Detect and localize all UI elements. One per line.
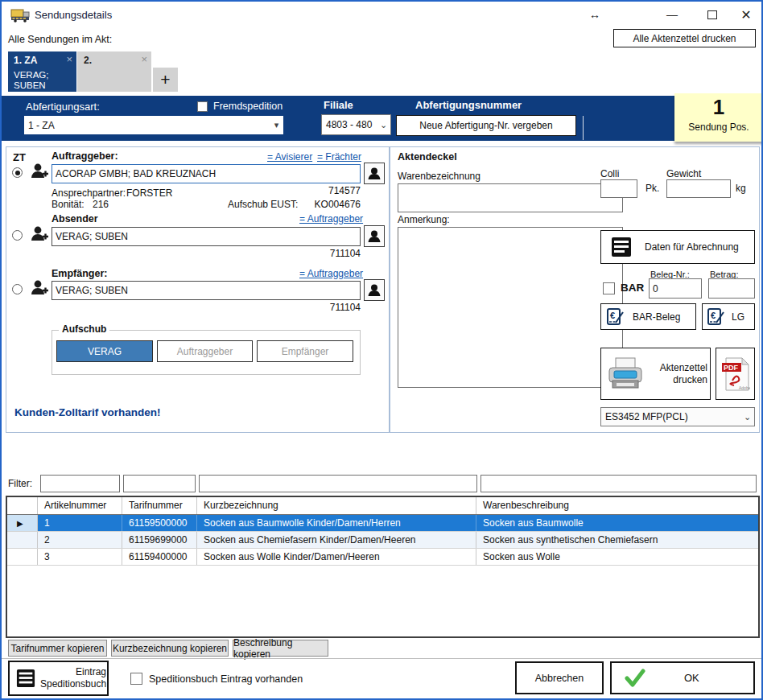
abrechnung-label: Daten für Abrechnung <box>645 241 739 253</box>
header-artikelnummer[interactable]: Artikelnummer <box>38 497 122 514</box>
chevron-down-icon: ⌄ <box>377 120 390 130</box>
warenbezeichnung-input[interactable] <box>398 183 623 212</box>
bar-checkbox[interactable] <box>603 282 615 294</box>
aufschub-verag-button[interactable]: VERAG <box>56 340 153 362</box>
tab-close-icon[interactable]: × <box>141 53 147 65</box>
auftraggeber-number: 714577 <box>275 185 361 196</box>
pdf-button[interactable]: PDF Adobe <box>716 348 755 400</box>
daten-fuer-abrechnung-button[interactable]: Daten für Abrechnung <box>600 230 755 264</box>
add-contact-icon[interactable] <box>30 278 50 299</box>
absender-auftraggeber-link[interactable]: = Auftraggeber <box>299 213 363 224</box>
cell-warenbeschreibung[interactable]: Socken aus Baumwolle <box>476 515 758 531</box>
table-row[interactable]: 261159699000Socken aus Chemiefasern Kind… <box>7 532 758 549</box>
copy-tarifnummer-button[interactable]: Tarifnummer kopieren <box>8 640 107 657</box>
gewicht-unit: kg <box>736 183 746 194</box>
abfertigungsart-select[interactable]: 1 - ZA ▾ <box>24 116 283 134</box>
absender-radio[interactable] <box>12 230 23 241</box>
print-all-aktenzettel-button[interactable]: Alle Aktenzettel drucken <box>613 29 756 47</box>
empfaenger-radio[interactable] <box>12 284 23 294</box>
tab-close-icon[interactable]: × <box>66 53 72 65</box>
cell-warenbeschreibung[interactable]: Socken aus synthetischen Chemiefasern <box>476 532 758 548</box>
printer-value: ES3452 MFP(PCL) <box>601 411 740 422</box>
cell-tarifnummer[interactable]: 61159500000 <box>122 515 197 531</box>
minimize-icon[interactable]: — <box>660 6 684 23</box>
sendung-pos-count: 1 <box>674 95 763 120</box>
beleg-nr-input[interactable] <box>649 278 702 299</box>
filter-tarifnummer-input[interactable] <box>123 475 196 492</box>
copy-beschreibung-button[interactable]: Beschreibung kopieren <box>233 640 328 657</box>
absender-number: 711104 <box>275 248 361 259</box>
auftraggeber-contact-button[interactable] <box>364 163 385 184</box>
auftraggeber-radio[interactable] <box>12 167 23 178</box>
betrag-input[interactable] <box>708 278 755 299</box>
colli-input[interactable] <box>600 179 637 198</box>
filter-artikelnummer-input[interactable] <box>40 475 120 492</box>
copy-kurzbezeichnung-button[interactable]: Kurzbezeichnung kopieren <box>111 640 229 657</box>
filter-warenbeschreibung-input[interactable] <box>480 475 757 492</box>
cell-artikelnummer[interactable]: 2 <box>38 532 122 548</box>
cell-artikelnummer[interactable]: 3 <box>38 549 122 565</box>
list-icon <box>16 669 35 688</box>
fremdspedition-checkbox[interactable] <box>197 101 208 112</box>
tab-shipment-1[interactable]: 1. ZA × VERAG; SUBEN <box>8 51 76 92</box>
table-row[interactable]: ▶161159500000Socken aus Baumwolle Kinder… <box>7 515 758 532</box>
printer-select[interactable]: ES3452 MFP(PCL) ⌄ <box>600 407 755 426</box>
maximize-icon[interactable] <box>700 6 724 23</box>
row-marker[interactable] <box>7 532 38 548</box>
add-contact-icon[interactable] <box>30 162 50 182</box>
tab-shipment-2[interactable]: 2. × <box>77 51 151 92</box>
absender-input[interactable] <box>52 227 361 246</box>
sendung-pos-label: Sendung Pos. <box>674 121 763 133</box>
neue-abfertigungsnr-button[interactable]: Neue Abfertigung-Nr. vergeben <box>396 115 576 136</box>
cell-tarifnummer[interactable]: 61159699000 <box>122 532 197 548</box>
filiale-select[interactable]: 4803 - 480 ⌄ <box>321 114 391 135</box>
header-kurzbezeichnung[interactable]: Kurzbezeichnung <box>197 497 476 514</box>
auftraggeber-input[interactable] <box>52 164 361 183</box>
speditionsbuch-checkbox[interactable] <box>130 673 142 685</box>
ok-label: OK <box>684 672 699 684</box>
aufschub-empfaenger-button[interactable]: Empfänger <box>257 340 353 362</box>
resize-icon[interactable]: ↔ <box>583 6 607 23</box>
header-warenbeschreibung[interactable]: Warenbeschreibung <box>476 497 758 514</box>
anmerkung-label: Anmerkung: <box>398 214 450 225</box>
absender-contact-button[interactable] <box>364 225 385 247</box>
filiale-value: 4803 - 480 <box>322 119 377 130</box>
cell-artikelnummer[interactable]: 1 <box>38 515 122 531</box>
anmerkung-input[interactable] <box>398 227 623 388</box>
empfaenger-number: 711104 <box>275 302 361 313</box>
gewicht-input[interactable] <box>666 179 731 198</box>
cell-kurzbezeichnung[interactable]: Socken aus Chemiefasern Kinder/Damen/Hee… <box>197 532 476 548</box>
lg-button[interactable]: € LG <box>702 303 755 330</box>
row-marker[interactable]: ▶ <box>7 515 38 531</box>
fraechter-link[interactable]: = Frächter <box>317 151 361 163</box>
abfertigungsnummer-label: Abfertigungsnummer <box>415 99 522 111</box>
cell-tarifnummer[interactable]: 61159400000 <box>122 549 197 565</box>
bar-beleg-button[interactable]: € BAR-Beleg <box>600 303 696 330</box>
title-bar <box>2 2 761 28</box>
bar-label: BAR <box>621 282 644 294</box>
cell-warenbeschreibung[interactable]: Socken aus Wolle <box>476 549 758 565</box>
add-tab-button[interactable]: + <box>153 68 178 92</box>
empfaenger-input[interactable] <box>52 281 361 300</box>
person-icon <box>367 167 382 181</box>
empfaenger-contact-button[interactable] <box>364 279 385 301</box>
avisierer-link[interactable]: = Avisierer <box>267 151 312 163</box>
ok-button[interactable]: OK <box>610 661 755 694</box>
empfaenger-label: Empfänger: <box>52 268 107 279</box>
gewicht-label: Gewicht <box>666 168 701 179</box>
aktenzettel-drucken-button[interactable]: Aktenzettel drucken <box>600 348 711 400</box>
cancel-button[interactable]: Abbrechen <box>515 661 604 694</box>
aufschub-auftraggeber-button[interactable]: Auftraggeber <box>157 340 253 362</box>
abfertigungsart-label: Abfertigungsart: <box>26 101 100 113</box>
eintrag-speditionsbuch-button[interactable]: Eintrag Speditionsbuch <box>8 661 109 696</box>
close-icon[interactable]: ✕ <box>734 6 758 23</box>
filter-kurzbezeichnung-input[interactable] <box>199 475 477 492</box>
table-row[interactable]: 361159400000Socken aus Wolle Kinder/Dame… <box>7 549 758 566</box>
row-marker[interactable] <box>7 549 38 565</box>
header-tarifnummer[interactable]: Tarifnummer <box>122 497 197 514</box>
empfaenger-auftraggeber-link[interactable]: = Auftraggeber <box>299 268 363 279</box>
filter-label: Filter: <box>8 478 32 489</box>
cell-kurzbezeichnung[interactable]: Socken aus Baumwolle Kinder/Damen/Herren <box>197 515 476 531</box>
add-contact-icon[interactable] <box>30 224 50 245</box>
cell-kurzbezeichnung[interactable]: Socken aus Wolle Kinder/Damen/Heeren <box>197 549 476 565</box>
